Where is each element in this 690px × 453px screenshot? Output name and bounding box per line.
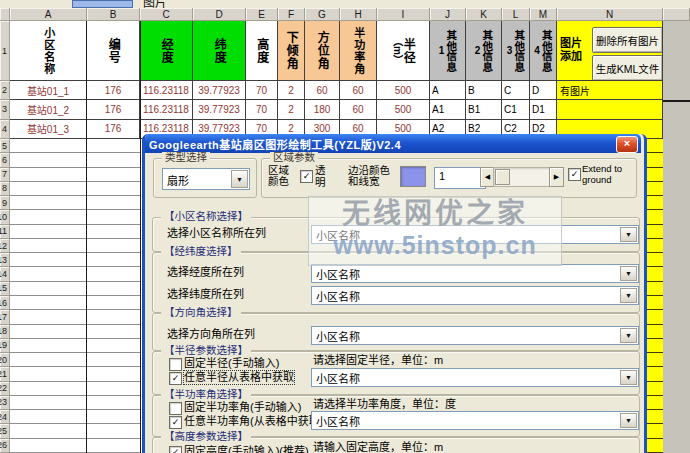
row-header-14[interactable]: 14	[0, 267, 10, 281]
column-header-N[interactable]: N	[557, 8, 663, 21]
row-header-24[interactable]: 24	[0, 410, 10, 424]
column-header-M[interactable]: M	[530, 8, 557, 21]
cell-r2-E[interactable]: 70	[246, 81, 278, 100]
column-header-A[interactable]: A	[10, 8, 87, 21]
option-label[interactable]: 任意半径从表格中获取	[184, 371, 294, 384]
cell-r3-M[interactable]: D1	[530, 100, 557, 119]
header-cell-K[interactable]: 2其他信息	[466, 21, 502, 81]
header-cell-J[interactable]: 1其他信息	[430, 21, 466, 81]
row-header-21[interactable]: 21	[0, 367, 10, 381]
cell-r3-C[interactable]: 116.23118	[140, 100, 193, 119]
header-cell-A[interactable]: 小区名称	[10, 21, 87, 81]
delete-all-pictures-button[interactable]: 删除所有图片	[592, 27, 663, 53]
cell-r3-D[interactable]: 39.77923	[193, 100, 246, 119]
row-header-1[interactable]: 1	[0, 21, 10, 81]
transparent-checkbox[interactable]: ✓	[300, 170, 313, 183]
cell-r3-A[interactable]: 基站01_2	[10, 100, 87, 119]
chevron-down-icon[interactable]: ▼	[620, 288, 637, 303]
row-header-11[interactable]: 11	[0, 225, 10, 239]
cell-r3-G[interactable]: 180	[305, 100, 340, 119]
column-header-E[interactable]: E	[246, 8, 278, 21]
cell-r2-K[interactable]: B	[466, 81, 502, 100]
cell-r3-L[interactable]: C1	[502, 100, 530, 119]
edge-width-scrollbar[interactable]	[493, 167, 551, 187]
column-header-D[interactable]: D	[193, 8, 246, 21]
select-all-corner[interactable]	[0, 8, 10, 21]
row-header-9[interactable]: 9	[0, 196, 10, 210]
row-header-18[interactable]: 18	[0, 325, 10, 339]
chevron-down-icon[interactable]: ▼	[620, 328, 637, 343]
cell-r2-N[interactable]: 有图片	[557, 81, 663, 100]
option-checkbox[interactable]	[169, 358, 182, 371]
column-header-L[interactable]: L	[502, 8, 530, 21]
option-label[interactable]: 任意半功率角(从表格中获取)	[184, 415, 323, 428]
row-header-6[interactable]: 6	[0, 153, 10, 167]
column-select-combobox[interactable]: 小区名称▼	[311, 225, 639, 244]
header-cell-M[interactable]: 4其他信息	[530, 21, 557, 81]
value-source-combobox[interactable]: 小区名称▼	[311, 368, 639, 387]
row-header-12[interactable]: 12	[0, 239, 10, 253]
header-cell-B[interactable]: 编号	[87, 21, 140, 81]
header-cell-H[interactable]: 半功率角	[340, 21, 377, 81]
option-label[interactable]: 固定半径(手动输入)	[184, 357, 279, 370]
chevron-down-icon[interactable]: ▼	[620, 227, 637, 242]
cell-r2-L[interactable]: C	[502, 81, 530, 100]
row-header-4[interactable]: 4	[0, 120, 10, 139]
row-header-5[interactable]: 5	[0, 139, 10, 153]
cell-r2-F[interactable]: 2	[278, 81, 305, 100]
cell-r2-G[interactable]: 60	[305, 81, 340, 100]
column-select-combobox[interactable]: 小区名称▼	[311, 286, 639, 305]
option-checkbox[interactable]: ✓	[169, 372, 182, 385]
cell-r2-H[interactable]: 60	[340, 81, 377, 100]
row-header-10[interactable]: 10	[0, 210, 10, 224]
chevron-down-icon[interactable]: ▼	[620, 370, 637, 385]
cell-r2-M[interactable]: D	[530, 81, 557, 100]
header-cell-F[interactable]: 下倾角	[278, 21, 305, 81]
shape-type-combobox[interactable]: 扇形 ▼	[162, 168, 250, 190]
column-header-C[interactable]: C	[140, 8, 193, 21]
row-header-26[interactable]: 26	[0, 439, 10, 453]
dialog-titlebar[interactable]: Googleearth基站扇区图形绘制工具(YZL版)V2.4 ×	[142, 134, 641, 153]
column-header-G[interactable]: G	[305, 8, 340, 21]
chevron-down-icon[interactable]: ▼	[231, 170, 248, 188]
row-header-17[interactable]: 17	[0, 310, 10, 324]
empty-grid-area[interactable]	[10, 139, 140, 453]
cell-r2-A[interactable]: 基站01_1	[10, 81, 87, 100]
header-cell-G[interactable]: 方位角	[305, 21, 340, 81]
generate-kml-button[interactable]: 生成KML文件	[592, 55, 663, 81]
column-header-B[interactable]: B	[87, 8, 140, 21]
row-header-3[interactable]: 3	[0, 100, 10, 119]
header-cell-D[interactable]: 纬度	[193, 21, 246, 81]
cell-r4-B[interactable]: 176	[87, 120, 140, 139]
row-header-7[interactable]: 7	[0, 168, 10, 182]
cell-r2-J[interactable]: A	[430, 81, 466, 100]
scroll-right-icon[interactable]: ▶	[549, 167, 564, 187]
row-header-15[interactable]: 15	[0, 282, 10, 296]
toolbar-selection-fragment[interactable]	[72, 0, 133, 8]
option-label[interactable]: 固定半功率角(手动输入)	[184, 401, 301, 414]
cell-r3-F[interactable]: 2	[278, 100, 305, 119]
header-cell-E[interactable]: 高度	[246, 21, 278, 81]
edge-width-input[interactable]: 1	[434, 167, 486, 189]
value-source-combobox[interactable]: 小区名称▼	[311, 411, 639, 430]
row-header-23[interactable]: 23	[0, 396, 10, 410]
edge-color-swatch[interactable]	[400, 166, 426, 187]
column-select-combobox[interactable]: 小区名称▼	[311, 264, 639, 283]
row-header-16[interactable]: 16	[0, 296, 10, 310]
cell-r2-C[interactable]: 116.23118	[140, 81, 193, 100]
row-header-22[interactable]: 22	[0, 382, 10, 396]
row-header-2[interactable]: 2	[0, 81, 10, 100]
option-checkbox[interactable]: ✓	[169, 446, 182, 453]
cell-r3-K[interactable]: B1	[466, 100, 502, 119]
row-header-20[interactable]: 20	[0, 353, 10, 367]
chevron-down-icon[interactable]: ▼	[620, 413, 637, 428]
row-header-13[interactable]: 13	[0, 253, 10, 267]
header-cell-C[interactable]: 经度	[140, 21, 193, 81]
header-cell-N[interactable]: 图片添加删除所有图片生成KML文件	[557, 21, 663, 81]
cell-r2-B[interactable]: 176	[87, 81, 140, 100]
chevron-down-icon[interactable]: ▼	[620, 266, 637, 281]
cell-r2-D[interactable]: 39.77923	[193, 81, 246, 100]
row-header-8[interactable]: 8	[0, 182, 10, 196]
option-checkbox[interactable]	[169, 402, 182, 415]
header-cell-I[interactable]: （m）半径	[377, 21, 430, 81]
